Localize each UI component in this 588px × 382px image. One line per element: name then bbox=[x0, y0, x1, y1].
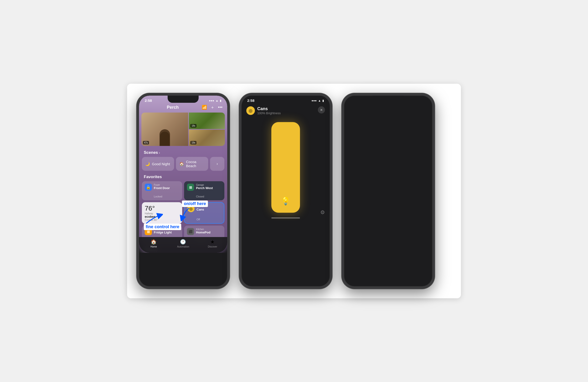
kitchen-room-fridge: Kitchen bbox=[154, 228, 172, 231]
scene-good-night[interactable]: 🌙 Good Night bbox=[142, 157, 174, 171]
ecobee-status: Cool to 80° bbox=[145, 218, 179, 221]
bulb-icon: 💡 bbox=[281, 196, 291, 206]
tab-automation[interactable]: 🕐 Automation bbox=[168, 239, 198, 248]
phone-2-screen: 2:58 ●●● ▲ ▮ ◎ Cans 100% Brightness ✕ bbox=[242, 96, 330, 220]
brightness-slider[interactable]: 💡 bbox=[271, 122, 300, 213]
lock-icon-wrap: 🔒 bbox=[145, 184, 152, 191]
light-slider-area: 💡 bbox=[242, 117, 330, 217]
automation-tab-icon: 🕐 bbox=[180, 239, 186, 245]
discover-tab-label: Discover bbox=[208, 245, 217, 248]
tab-discover[interactable]: ★ Discover bbox=[198, 239, 227, 248]
scenes-chevron: › bbox=[159, 151, 160, 154]
light-info: ◎ Cans 100% Brightness bbox=[246, 106, 281, 115]
screenshot-container: 2:58 ●●● ▲ ▮ Perch 📶 ＋ ••• bbox=[127, 84, 461, 298]
perch-west-status: Closed bbox=[187, 195, 222, 198]
tile-garage-perch[interactable]: ▦ Garage Perch West Closed bbox=[184, 181, 224, 200]
header-icons: 📶 ＋ ••• bbox=[202, 105, 222, 110]
phone-1-screen: 2:58 ●●● ▲ ▮ Perch 📶 ＋ ••• bbox=[139, 96, 227, 253]
homepod-name: HomePod bbox=[196, 231, 210, 234]
hallway-room: Hallway bbox=[145, 212, 179, 215]
favorites-label: Favorites bbox=[139, 173, 227, 181]
ecobee-name: ecobee bbox=[145, 215, 179, 218]
home-header: Perch 📶 ＋ ••• bbox=[139, 104, 227, 113]
scenes-more-icon: › bbox=[216, 162, 218, 166]
wifi-icon: ▲ bbox=[215, 99, 218, 102]
foyer-room: Foyer bbox=[154, 184, 170, 186]
status-time-1: 2:58 bbox=[145, 99, 152, 103]
cam-badge-yard2: 19s bbox=[190, 141, 196, 145]
phone-2: 2:58 ●●● ▲ ▮ ◎ Cans 100% Brightness ✕ bbox=[239, 93, 332, 289]
garage-icon-wrap: ▦ bbox=[187, 184, 194, 191]
tile-ecobee[interactable]: 76° Hallway ecobee Cool to 80° bbox=[142, 202, 182, 224]
battery-icon: ▮ bbox=[220, 99, 222, 102]
cam-badge-yard1: 18s bbox=[190, 124, 196, 127]
cans-status: Off bbox=[188, 218, 221, 221]
wifi-icon-2: ▲ bbox=[318, 99, 321, 102]
status-time-2: 2:58 bbox=[247, 99, 254, 103]
scene-more[interactable]: › bbox=[210, 157, 224, 171]
waveform-icon[interactable]: 📶 bbox=[202, 105, 207, 110]
kitchen-room-homepod: Kitchen bbox=[196, 228, 210, 231]
light-header: ◎ Cans 100% Brightness ✕ bbox=[242, 104, 330, 117]
front-door-status: Locked bbox=[145, 195, 179, 198]
cans-name: Cans bbox=[196, 208, 204, 211]
light-name: Cans bbox=[257, 106, 281, 111]
fridge-light-name: Fridge Light bbox=[154, 231, 172, 234]
scenes-row: 🌙 Good Night 🏠 Cocoa Beach › bbox=[139, 157, 227, 173]
close-button[interactable]: ✕ bbox=[318, 106, 325, 113]
phone-3-notch bbox=[373, 96, 404, 103]
light-gear-icon[interactable]: ⚙ bbox=[320, 209, 325, 215]
signal-icon: ●●● bbox=[209, 99, 214, 102]
phone-1: 2:58 ●●● ▲ ▮ Perch 📶 ＋ ••• bbox=[137, 93, 230, 289]
cam-badge-door: 47s bbox=[143, 141, 149, 145]
camera-door[interactable]: 47s bbox=[141, 113, 188, 146]
front-door-name: Front Door bbox=[154, 186, 170, 190]
scenes-label: Scenes › bbox=[139, 149, 227, 157]
signal-icon-2: ●●● bbox=[311, 99, 317, 102]
ecobee-temp: 76° bbox=[145, 205, 155, 212]
light-subtitle: 100% Brightness bbox=[257, 111, 281, 115]
house-icon: 🏠 bbox=[179, 162, 184, 166]
moon-icon: 🌙 bbox=[145, 162, 150, 166]
light-icon-circle: ◎ bbox=[246, 106, 255, 115]
tile-front-door[interactable]: 🔒 Foyer Front Door Locked bbox=[142, 181, 182, 200]
home-tab-icon: 🏠 bbox=[151, 239, 157, 245]
cans-icon-wrap: ◎ bbox=[188, 205, 195, 212]
status-icons-1: ●●● ▲ ▮ bbox=[209, 99, 222, 102]
status-icons-2: ●●● ▲ ▮ bbox=[311, 99, 324, 102]
phone-3: 2:58 ●●● ▲ ▮ Edit Home View ▦ Don't Show… bbox=[342, 93, 435, 289]
tab-bar-1: 🏠 Home 🕐 Automation ★ Discover bbox=[139, 237, 227, 253]
scene-cocoa-beach[interactable]: 🏠 Cocoa Beach bbox=[176, 157, 208, 171]
garage-room: Garage bbox=[196, 184, 213, 186]
perch-west-name: Perch West bbox=[196, 186, 213, 190]
phone-1-notch bbox=[168, 96, 199, 103]
kitchen-room-cans: Kitchen bbox=[196, 205, 204, 208]
tab-home[interactable]: 🏠 Home bbox=[139, 239, 168, 248]
more-icon[interactable]: ••• bbox=[218, 105, 222, 110]
discover-tab-icon: ★ bbox=[210, 239, 215, 245]
camera-yard2[interactable]: 19s bbox=[189, 130, 225, 146]
automation-tab-label: Automation bbox=[177, 245, 189, 248]
home-title: Perch bbox=[167, 105, 179, 110]
add-icon[interactable]: ＋ bbox=[210, 105, 215, 110]
fridge-icon-wrap: ▦ bbox=[145, 228, 152, 235]
tile-kitchen-cans[interactable]: ◎ Kitchen Cans Off bbox=[184, 202, 224, 224]
tile-top: 🔒 Foyer Front Door bbox=[145, 184, 179, 191]
home-tab-label: Home bbox=[150, 245, 157, 248]
camera-section: 47s 18s 19s bbox=[141, 113, 225, 146]
camera-yard1[interactable]: 18s bbox=[189, 113, 225, 129]
home-indicator-2 bbox=[271, 217, 300, 218]
homepod-icon-wrap: ⬛ bbox=[187, 228, 194, 235]
phone-2-notch bbox=[270, 96, 301, 103]
favorites-grid: 🔒 Foyer Front Door Locked ▦ Garage bbox=[139, 181, 227, 247]
battery-icon-2: ▮ bbox=[322, 99, 324, 102]
